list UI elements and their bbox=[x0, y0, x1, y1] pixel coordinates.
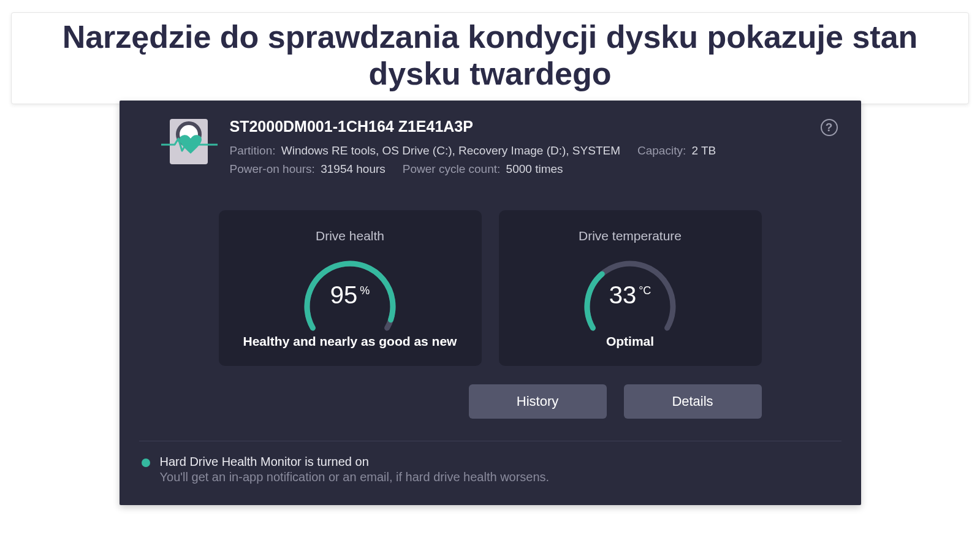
drive-health-value: 95 bbox=[330, 281, 358, 308]
drive-health-status: Healthy and nearly as good as new bbox=[231, 334, 469, 349]
action-buttons: History Details bbox=[139, 384, 841, 419]
drive-health-card: Drive health 95% Healthy and nearly as g… bbox=[219, 210, 482, 366]
hard-drive-health-icon bbox=[165, 118, 213, 166]
drive-temperature-value: 33 bbox=[609, 281, 637, 308]
power-cycle-count: Power cycle count: 5000 times bbox=[403, 162, 563, 176]
status-dot-icon bbox=[142, 459, 150, 467]
drive-info: ST2000DM001-1CH164 Z1E41A3P Partition: W… bbox=[230, 118, 803, 181]
drive-temperature-card: Drive temperature 33°C Optimal bbox=[499, 210, 762, 366]
drive-health-gauge: 95% bbox=[298, 254, 402, 322]
divider bbox=[139, 441, 841, 441]
drive-health-title: Drive health bbox=[231, 229, 469, 243]
drive-temperature-title: Drive temperature bbox=[511, 229, 750, 243]
details-button[interactable]: Details bbox=[624, 384, 762, 419]
drive-model: ST2000DM001-1CH164 Z1E41A3P bbox=[230, 118, 803, 135]
caption-banner: Narzędzie do sprawdzania kondycji dysku … bbox=[11, 12, 969, 104]
capacity-info: Capacity: 2 TB bbox=[637, 144, 716, 158]
help-icon[interactable]: ? bbox=[821, 119, 838, 136]
gauge-row: Drive health 95% Healthy and nearly as g… bbox=[139, 210, 841, 366]
partition-info: Partition: Windows RE tools, OS Drive (C… bbox=[230, 144, 621, 158]
drive-temperature-gauge: 33°C bbox=[578, 254, 682, 322]
drive-temperature-unit: °C bbox=[639, 284, 651, 297]
drive-temperature-status: Optimal bbox=[511, 334, 750, 349]
drive-header: ST2000DM001-1CH164 Z1E41A3P Partition: W… bbox=[139, 118, 841, 181]
monitor-status-sub: You'll get an in-app notification or an … bbox=[160, 470, 550, 484]
monitor-status-title: Hard Drive Health Monitor is turned on bbox=[160, 455, 550, 469]
drive-health-unit: % bbox=[360, 284, 370, 297]
monitor-status: Hard Drive Health Monitor is turned on Y… bbox=[139, 455, 841, 484]
power-on-hours: Power-on hours: 31954 hours bbox=[230, 162, 386, 176]
disk-health-window: ST2000DM001-1CH164 Z1E41A3P Partition: W… bbox=[120, 101, 861, 505]
history-button[interactable]: History bbox=[469, 384, 607, 419]
